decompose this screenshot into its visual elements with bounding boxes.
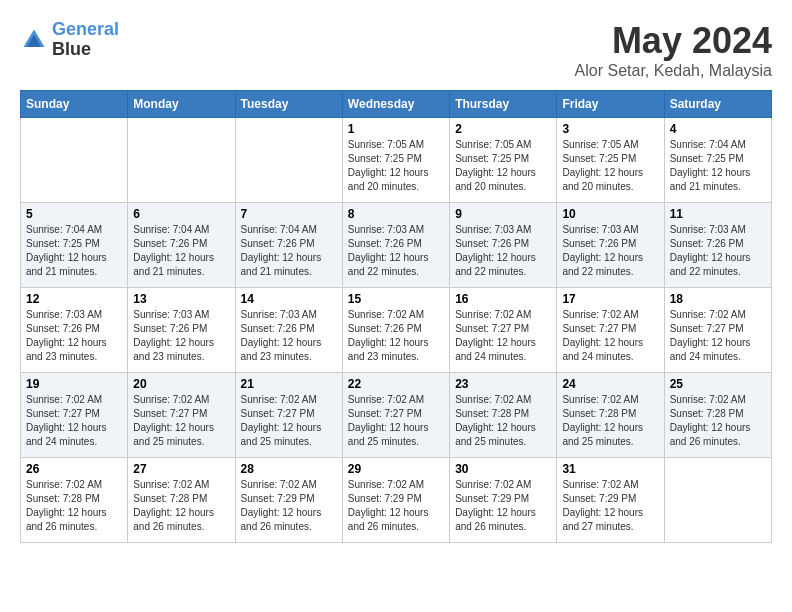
calendar-cell: 24Sunrise: 7:02 AM Sunset: 7:28 PM Dayli… (557, 373, 664, 458)
calendar-cell: 13Sunrise: 7:03 AM Sunset: 7:26 PM Dayli… (128, 288, 235, 373)
day-number: 23 (455, 377, 551, 391)
day-info: Sunrise: 7:02 AM Sunset: 7:29 PM Dayligh… (348, 478, 444, 534)
day-info: Sunrise: 7:02 AM Sunset: 7:28 PM Dayligh… (670, 393, 766, 449)
column-header-sunday: Sunday (21, 91, 128, 118)
day-number: 25 (670, 377, 766, 391)
day-info: Sunrise: 7:05 AM Sunset: 7:25 PM Dayligh… (562, 138, 658, 194)
calendar-cell: 1Sunrise: 7:05 AM Sunset: 7:25 PM Daylig… (342, 118, 449, 203)
day-info: Sunrise: 7:04 AM Sunset: 7:25 PM Dayligh… (670, 138, 766, 194)
day-number: 20 (133, 377, 229, 391)
calendar-cell: 11Sunrise: 7:03 AM Sunset: 7:26 PM Dayli… (664, 203, 771, 288)
day-info: Sunrise: 7:02 AM Sunset: 7:27 PM Dayligh… (455, 308, 551, 364)
day-info: Sunrise: 7:02 AM Sunset: 7:28 PM Dayligh… (455, 393, 551, 449)
day-number: 17 (562, 292, 658, 306)
calendar-week-row: 19Sunrise: 7:02 AM Sunset: 7:27 PM Dayli… (21, 373, 772, 458)
column-header-wednesday: Wednesday (342, 91, 449, 118)
day-info: Sunrise: 7:05 AM Sunset: 7:25 PM Dayligh… (455, 138, 551, 194)
calendar-cell: 15Sunrise: 7:02 AM Sunset: 7:26 PM Dayli… (342, 288, 449, 373)
day-number: 24 (562, 377, 658, 391)
calendar-cell: 7Sunrise: 7:04 AM Sunset: 7:26 PM Daylig… (235, 203, 342, 288)
day-number: 11 (670, 207, 766, 221)
day-info: Sunrise: 7:02 AM Sunset: 7:27 PM Dayligh… (133, 393, 229, 449)
column-header-monday: Monday (128, 91, 235, 118)
day-info: Sunrise: 7:04 AM Sunset: 7:25 PM Dayligh… (26, 223, 122, 279)
calendar-cell: 4Sunrise: 7:04 AM Sunset: 7:25 PM Daylig… (664, 118, 771, 203)
calendar-cell: 29Sunrise: 7:02 AM Sunset: 7:29 PM Dayli… (342, 458, 449, 543)
calendar-cell: 10Sunrise: 7:03 AM Sunset: 7:26 PM Dayli… (557, 203, 664, 288)
day-number: 2 (455, 122, 551, 136)
calendar-cell: 17Sunrise: 7:02 AM Sunset: 7:27 PM Dayli… (557, 288, 664, 373)
day-info: Sunrise: 7:02 AM Sunset: 7:27 PM Dayligh… (348, 393, 444, 449)
day-info: Sunrise: 7:03 AM Sunset: 7:26 PM Dayligh… (455, 223, 551, 279)
logo-icon (20, 26, 48, 54)
calendar-cell: 20Sunrise: 7:02 AM Sunset: 7:27 PM Dayli… (128, 373, 235, 458)
calendar-cell: 8Sunrise: 7:03 AM Sunset: 7:26 PM Daylig… (342, 203, 449, 288)
day-info: Sunrise: 7:05 AM Sunset: 7:25 PM Dayligh… (348, 138, 444, 194)
day-number: 14 (241, 292, 337, 306)
day-info: Sunrise: 7:02 AM Sunset: 7:27 PM Dayligh… (241, 393, 337, 449)
day-info: Sunrise: 7:02 AM Sunset: 7:28 PM Dayligh… (133, 478, 229, 534)
day-number: 18 (670, 292, 766, 306)
day-info: Sunrise: 7:02 AM Sunset: 7:28 PM Dayligh… (26, 478, 122, 534)
calendar-table: SundayMondayTuesdayWednesdayThursdayFrid… (20, 90, 772, 543)
day-number: 13 (133, 292, 229, 306)
calendar-cell: 18Sunrise: 7:02 AM Sunset: 7:27 PM Dayli… (664, 288, 771, 373)
calendar-cell: 21Sunrise: 7:02 AM Sunset: 7:27 PM Dayli… (235, 373, 342, 458)
calendar-cell: 23Sunrise: 7:02 AM Sunset: 7:28 PM Dayli… (450, 373, 557, 458)
day-number: 12 (26, 292, 122, 306)
day-info: Sunrise: 7:02 AM Sunset: 7:28 PM Dayligh… (562, 393, 658, 449)
calendar-week-row: 5Sunrise: 7:04 AM Sunset: 7:25 PM Daylig… (21, 203, 772, 288)
day-info: Sunrise: 7:02 AM Sunset: 7:29 PM Dayligh… (562, 478, 658, 534)
day-number: 30 (455, 462, 551, 476)
day-number: 10 (562, 207, 658, 221)
calendar-cell: 27Sunrise: 7:02 AM Sunset: 7:28 PM Dayli… (128, 458, 235, 543)
calendar-cell: 14Sunrise: 7:03 AM Sunset: 7:26 PM Dayli… (235, 288, 342, 373)
calendar-cell (128, 118, 235, 203)
day-number: 22 (348, 377, 444, 391)
day-info: Sunrise: 7:03 AM Sunset: 7:26 PM Dayligh… (348, 223, 444, 279)
day-info: Sunrise: 7:03 AM Sunset: 7:26 PM Dayligh… (670, 223, 766, 279)
day-info: Sunrise: 7:03 AM Sunset: 7:26 PM Dayligh… (562, 223, 658, 279)
calendar-week-row: 1Sunrise: 7:05 AM Sunset: 7:25 PM Daylig… (21, 118, 772, 203)
logo-text: General Blue (52, 20, 119, 60)
calendar-cell: 22Sunrise: 7:02 AM Sunset: 7:27 PM Dayli… (342, 373, 449, 458)
column-header-tuesday: Tuesday (235, 91, 342, 118)
day-number: 27 (133, 462, 229, 476)
day-number: 26 (26, 462, 122, 476)
day-info: Sunrise: 7:02 AM Sunset: 7:26 PM Dayligh… (348, 308, 444, 364)
day-info: Sunrise: 7:04 AM Sunset: 7:26 PM Dayligh… (241, 223, 337, 279)
calendar-cell (235, 118, 342, 203)
day-number: 5 (26, 207, 122, 221)
calendar-cell: 28Sunrise: 7:02 AM Sunset: 7:29 PM Dayli… (235, 458, 342, 543)
day-number: 4 (670, 122, 766, 136)
day-number: 8 (348, 207, 444, 221)
day-number: 3 (562, 122, 658, 136)
calendar-cell: 3Sunrise: 7:05 AM Sunset: 7:25 PM Daylig… (557, 118, 664, 203)
logo: General Blue (20, 20, 119, 60)
column-header-saturday: Saturday (664, 91, 771, 118)
day-info: Sunrise: 7:02 AM Sunset: 7:27 PM Dayligh… (562, 308, 658, 364)
calendar-cell: 9Sunrise: 7:03 AM Sunset: 7:26 PM Daylig… (450, 203, 557, 288)
page-header: General Blue May 2024 Alor Setar, Kedah,… (20, 20, 772, 80)
day-number: 7 (241, 207, 337, 221)
location: Alor Setar, Kedah, Malaysia (575, 62, 772, 80)
day-number: 15 (348, 292, 444, 306)
day-number: 21 (241, 377, 337, 391)
month-title: May 2024 (575, 20, 772, 62)
day-number: 6 (133, 207, 229, 221)
day-number: 16 (455, 292, 551, 306)
calendar-cell: 25Sunrise: 7:02 AM Sunset: 7:28 PM Dayli… (664, 373, 771, 458)
calendar-cell: 30Sunrise: 7:02 AM Sunset: 7:29 PM Dayli… (450, 458, 557, 543)
calendar-cell: 19Sunrise: 7:02 AM Sunset: 7:27 PM Dayli… (21, 373, 128, 458)
day-number: 1 (348, 122, 444, 136)
day-info: Sunrise: 7:03 AM Sunset: 7:26 PM Dayligh… (26, 308, 122, 364)
calendar-cell (664, 458, 771, 543)
calendar-cell: 12Sunrise: 7:03 AM Sunset: 7:26 PM Dayli… (21, 288, 128, 373)
day-info: Sunrise: 7:04 AM Sunset: 7:26 PM Dayligh… (133, 223, 229, 279)
day-number: 29 (348, 462, 444, 476)
calendar-cell: 5Sunrise: 7:04 AM Sunset: 7:25 PM Daylig… (21, 203, 128, 288)
day-info: Sunrise: 7:02 AM Sunset: 7:29 PM Dayligh… (241, 478, 337, 534)
calendar-cell: 31Sunrise: 7:02 AM Sunset: 7:29 PM Dayli… (557, 458, 664, 543)
calendar-cell: 16Sunrise: 7:02 AM Sunset: 7:27 PM Dayli… (450, 288, 557, 373)
calendar-cell: 2Sunrise: 7:05 AM Sunset: 7:25 PM Daylig… (450, 118, 557, 203)
